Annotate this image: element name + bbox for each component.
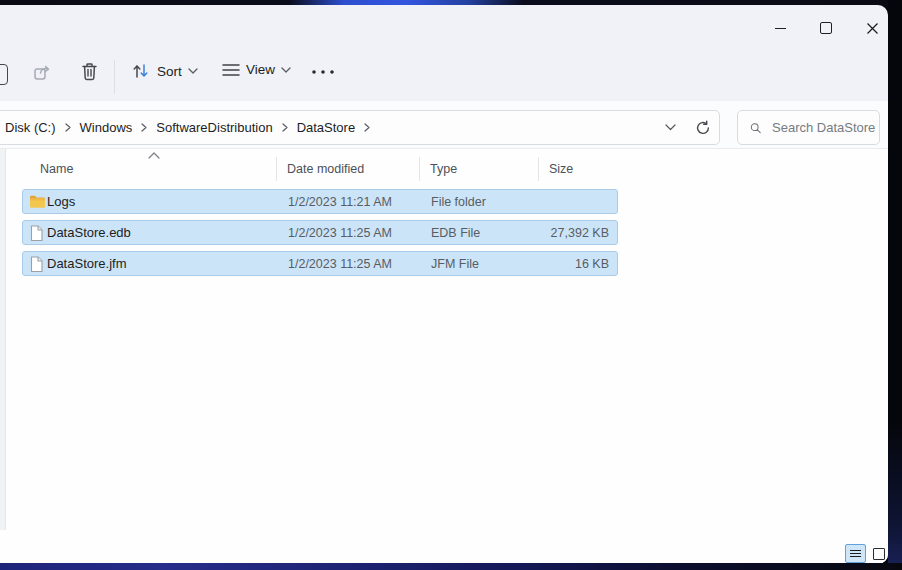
file-type: File folder bbox=[431, 195, 486, 209]
search-box[interactable] bbox=[737, 110, 880, 145]
view-label: View bbox=[246, 62, 275, 77]
large-icons-view-icon bbox=[873, 548, 885, 560]
file-name: Logs bbox=[47, 194, 75, 209]
file-type: EDB File bbox=[431, 226, 480, 240]
navigation-pane-edge bbox=[0, 149, 6, 530]
share-button[interactable] bbox=[32, 62, 52, 82]
trash-icon bbox=[80, 61, 99, 82]
chevron-down-icon bbox=[665, 124, 676, 131]
details-view-button[interactable] bbox=[845, 544, 866, 563]
breadcrumb-segment-softwaredistribution[interactable]: SoftwareDistribution bbox=[156, 120, 272, 135]
delete-button[interactable] bbox=[80, 61, 99, 82]
large-icons-view-button[interactable] bbox=[869, 544, 888, 563]
file-explorer-window: Sort View bbox=[0, 5, 888, 564]
file-date-modified: 1/2/2023 11:25 AM bbox=[288, 257, 392, 271]
file-name: DataStore.jfm bbox=[47, 256, 126, 271]
file-row-datastore-edb[interactable]: DataStore.edb 1/2/2023 11:25 AM EDB File… bbox=[22, 220, 618, 245]
more-options-icon bbox=[310, 68, 336, 76]
file-size: 27,392 KB bbox=[551, 226, 609, 240]
column-header-type[interactable]: Type bbox=[430, 162, 457, 176]
title-bar bbox=[0, 5, 888, 50]
taskbar-edge bbox=[0, 563, 902, 570]
column-header-name[interactable]: Name bbox=[40, 162, 73, 176]
command-toolbar: Sort View bbox=[0, 50, 888, 100]
breadcrumb-chevron-icon[interactable] bbox=[282, 123, 288, 132]
sort-label: Sort bbox=[157, 64, 182, 79]
column-divider[interactable] bbox=[419, 157, 420, 181]
details-view-icon bbox=[850, 550, 861, 558]
file-date-modified: 1/2/2023 11:21 AM bbox=[288, 195, 392, 209]
file-row-logs[interactable]: Logs 1/2/2023 11:21 AM File folder bbox=[22, 189, 618, 214]
desktop-right-edge bbox=[888, 0, 902, 570]
refresh-button[interactable] bbox=[695, 111, 711, 144]
address-bar[interactable]: Disk (C:) Windows SoftwareDistribution D… bbox=[0, 110, 720, 145]
search-icon bbox=[750, 121, 761, 135]
column-header-date-modified[interactable]: Date modified bbox=[287, 162, 364, 176]
share-icon bbox=[32, 62, 52, 82]
breadcrumb-chevron-icon[interactable] bbox=[364, 123, 370, 132]
file-icon bbox=[29, 225, 44, 242]
chevron-down-icon bbox=[281, 67, 291, 73]
breadcrumb-segment-datastore[interactable]: DataStore bbox=[297, 120, 356, 135]
file-row-datastore-jfm[interactable]: DataStore.jfm 1/2/2023 11:25 AM JFM File… bbox=[22, 251, 618, 276]
breadcrumb-chevron-icon[interactable] bbox=[141, 123, 147, 132]
minimize-icon bbox=[775, 28, 786, 29]
file-type: JFM File bbox=[431, 257, 479, 271]
maximize-button[interactable] bbox=[811, 17, 841, 39]
close-button[interactable] bbox=[857, 17, 887, 39]
file-date-modified: 1/2/2023 11:25 AM bbox=[288, 226, 392, 240]
column-divider[interactable] bbox=[538, 157, 539, 181]
sort-icon bbox=[131, 62, 151, 80]
address-dropdown-button[interactable] bbox=[665, 111, 676, 144]
column-divider[interactable] bbox=[276, 157, 277, 181]
rename-button[interactable] bbox=[0, 64, 8, 85]
view-icon bbox=[222, 63, 240, 77]
file-icon bbox=[29, 256, 44, 273]
sort-button[interactable]: Sort bbox=[131, 62, 198, 80]
breadcrumb-segment-windows[interactable]: Windows bbox=[80, 120, 133, 135]
breadcrumb-segment-disk[interactable]: Disk (C:) bbox=[5, 120, 56, 135]
address-row: Disk (C:) Windows SoftwareDistribution D… bbox=[0, 101, 888, 148]
chevron-down-icon bbox=[188, 68, 198, 74]
file-list-pane: Name Date modified Type Size Logs 1/2/20… bbox=[0, 148, 888, 564]
search-input[interactable] bbox=[770, 119, 879, 136]
file-name: DataStore.edb bbox=[47, 225, 131, 240]
view-button[interactable]: View bbox=[222, 62, 291, 77]
column-header-size[interactable]: Size bbox=[549, 162, 573, 176]
folder-icon bbox=[29, 194, 46, 209]
screen: Sort View bbox=[0, 0, 902, 570]
file-size: 16 KB bbox=[575, 257, 609, 271]
more-options-button[interactable] bbox=[310, 68, 336, 76]
maximize-icon bbox=[820, 22, 832, 34]
sort-ascending-indicator bbox=[148, 152, 160, 159]
toolbar-divider bbox=[114, 60, 115, 94]
breadcrumb-chevron-icon[interactable] bbox=[65, 123, 71, 132]
refresh-icon bbox=[695, 120, 711, 136]
minimize-button[interactable] bbox=[765, 17, 795, 39]
close-icon bbox=[866, 22, 879, 35]
